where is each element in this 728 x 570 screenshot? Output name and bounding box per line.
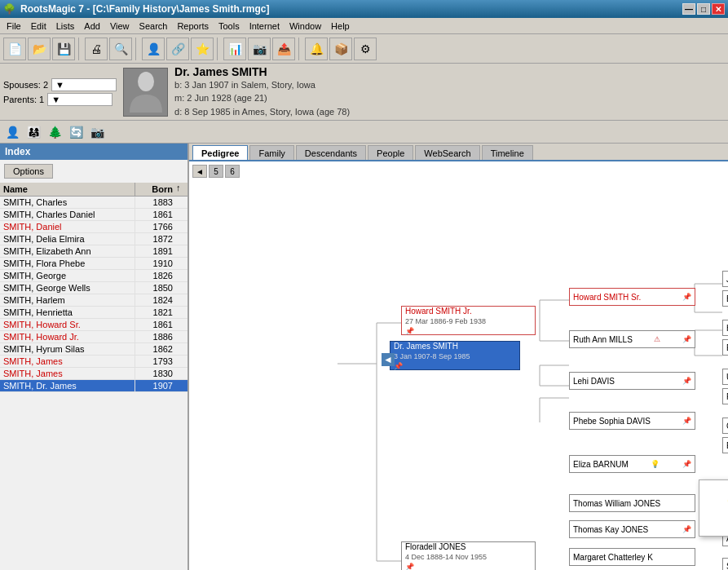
menu-file[interactable]: File: [2, 20, 26, 33]
person-elizabeth-thorne[interactable]: Elizab_th THORNE: [722, 437, 728, 453]
index-row[interactable]: SMITH, Howard Sr. 1861: [0, 319, 188, 331]
tb2-camera[interactable]: 📷: [88, 123, 106, 141]
index-row-name: SMITH, Howard Sr.: [0, 319, 135, 330]
index-row[interactable]: SMITH, George 1826: [0, 270, 188, 282]
tb2-person[interactable]: 👤: [3, 123, 21, 141]
index-row-name: SMITH, Howard Jr.: [0, 331, 135, 342]
person-floradell[interactable]: Floradell JONES 4 Dec 1888-14 Nov 1955 📌: [401, 541, 536, 570]
index-row[interactable]: SMITH, Dr. James 1907: [0, 380, 188, 392]
index-row[interactable]: SMITH, Howard Jr. 1886: [0, 331, 188, 343]
tab-timeline[interactable]: Timeline: [482, 145, 533, 160]
toolbar-print[interactable]: 🖨: [85, 38, 108, 60]
tab-family[interactable]: Family: [249, 145, 293, 160]
person-eliza-barnum[interactable]: Eliza BARNUM 💡 📌: [569, 455, 695, 473]
person-uriah-davis[interactable]: Uriah DAVIS 📌: [722, 369, 728, 385]
menu-add[interactable]: Add: [79, 20, 105, 33]
tab-descendants[interactable]: Descendants: [296, 145, 366, 160]
index-row-scroll: [176, 356, 188, 367]
nav-back[interactable]: ◄: [192, 165, 207, 178]
index-row[interactable]: SMITH, Harlem 1824: [0, 294, 188, 307]
photo-silhouette: [126, 68, 166, 116]
index-row[interactable]: SMITH, James 1793: [0, 356, 188, 368]
menu-window[interactable]: Window: [285, 20, 326, 33]
toolbar-notify[interactable]: 🔔: [305, 38, 328, 60]
index-header: Index: [0, 144, 188, 160]
person-dr-james[interactable]: Dr. James SMITH 3 Jan 1907-8 Sep 1985 📌: [390, 341, 520, 370]
left-arrow[interactable]: ◄: [382, 353, 395, 366]
index-row[interactable]: SMITH, Daniel 1766: [0, 221, 188, 233]
person-phoebe-martin[interactable]: Phoebe MARTIN 💡 📌: [722, 388, 728, 404]
index-row[interactable]: SMITH, George Wells 1850: [0, 282, 188, 294]
tb2-tree[interactable]: 🌲: [46, 123, 64, 141]
minimize-button[interactable]: —: [682, 3, 695, 15]
toolbar-person[interactable]: 👤: [142, 38, 165, 60]
parents-row: Parents: 1 ▼: [3, 93, 117, 106]
person-charles-barnum[interactable]: Charles BARNUM 📌: [722, 418, 728, 434]
person-margaret[interactable]: Margaret Chatterley K: [569, 548, 695, 566]
index-row[interactable]: SMITH, Henrietta 1821: [0, 307, 188, 319]
menu-reports[interactable]: Reports: [172, 20, 214, 33]
person-phebe-davis[interactable]: Phebe Sophia DAVIS 📌: [569, 412, 695, 430]
menu-view[interactable]: View: [105, 20, 135, 33]
toolbar-link[interactable]: 🔗: [166, 38, 189, 60]
tb2-family[interactable]: 👨‍👩‍👧: [24, 123, 42, 141]
options-area: Options: [0, 160, 188, 183]
howardjr-icon: 📌: [405, 327, 414, 335]
person-elmira-pond[interactable]: Elmira POND 💡 📌: [722, 339, 728, 356]
tab-websearch[interactable]: WebSearch: [415, 145, 479, 160]
index-row-name: SMITH, Delia Elmira: [0, 233, 135, 245]
index-row-name: SMITH, Charles: [0, 197, 135, 208]
index-row-name: SMITH, Elizabeth Ann: [0, 245, 135, 257]
toolbar-open[interactable]: 📂: [28, 38, 51, 60]
person-henry-mills[interactable]: Henry William MILLS ⚠ 📌: [722, 320, 728, 336]
index-row-scroll: [176, 294, 188, 306]
tab-people[interactable]: People: [368, 145, 413, 160]
person-thomas-kay[interactable]: Thomas Kay JONES 📌: [569, 520, 695, 538]
toolbar-search[interactable]: 🔍: [109, 38, 132, 60]
spouses-dropdown[interactable]: ▼: [51, 78, 117, 91]
menu-tools[interactable]: Tools: [214, 20, 245, 33]
toolbar-package[interactable]: 📦: [329, 38, 352, 60]
person-thomas-jones[interactable]: Thomas William JONES: [569, 494, 695, 512]
index-row[interactable]: SMITH, Hyrum Silas 1862: [0, 343, 188, 356]
howardjr-name: Howard SMITH Jr.: [405, 307, 472, 316]
menu-search[interactable]: Search: [135, 20, 173, 33]
index-row-name: SMITH, Dr. James: [0, 380, 135, 391]
options-button[interactable]: Options: [4, 164, 53, 179]
close-button[interactable]: ✕: [712, 3, 725, 15]
tab-pedigree[interactable]: Pedigree: [192, 145, 248, 160]
person-betsy-mead[interactable]: Betsy (Elizabeth) MEAD 💡 📌: [722, 290, 728, 307]
index-row[interactable]: SMITH, James 1830: [0, 368, 188, 380]
toolbar-new[interactable]: 📄: [3, 38, 26, 60]
toolbar-chart[interactable]: 📊: [223, 38, 246, 60]
menu-help[interactable]: Help: [326, 20, 355, 33]
main-area: Index Options Name Born ↑ SMITH, Charles…: [0, 144, 728, 570]
menu-internet[interactable]: Internet: [245, 20, 285, 33]
index-row[interactable]: SMITH, Charles Daniel 1861: [0, 209, 188, 221]
col-born: Born: [135, 183, 176, 196]
person-howard-sr[interactable]: Howard SMITH Sr. 📌: [569, 288, 695, 306]
index-row[interactable]: SMITH, Flora Phebe 1910: [0, 258, 188, 270]
nav-6: 6: [225, 165, 240, 178]
menu-lists[interactable]: Lists: [51, 20, 80, 33]
index-row[interactable]: SMITH, Elizabeth Ann 1891: [0, 245, 188, 258]
person-james-g4[interactable]: James SMITH 📌: [722, 271, 728, 287]
person-howard-jr[interactable]: Howard SMITH Jr. 27 Mar 1886-9 Feb 1938 …: [401, 306, 536, 335]
toolbar-export[interactable]: 📤: [272, 38, 295, 60]
svg-point-0: [138, 72, 154, 91]
person-sarah-chatterley[interactable]: Sarah CHATTERLEY: [722, 558, 728, 570]
toolbar-settings[interactable]: ⚙: [354, 38, 377, 60]
maximize-button[interactable]: □: [697, 3, 710, 15]
parents-dropdown[interactable]: ▼: [47, 93, 113, 106]
index-row[interactable]: SMITH, Charles 1883: [0, 197, 188, 209]
index-row-name: SMITH, George: [0, 270, 135, 281]
toolbar-save[interactable]: 💾: [52, 38, 75, 60]
toolbar-star[interactable]: ⭐: [191, 38, 214, 60]
index-row[interactable]: SMITH, Delia Elmira 1872: [0, 233, 188, 245]
menu-edit[interactable]: Edit: [26, 20, 51, 33]
toolbar-photo[interactable]: 📷: [248, 38, 271, 60]
person-ruth-mills[interactable]: Ruth Ann MILLS ⚠ 📌: [569, 330, 695, 348]
person-lehi-davis[interactable]: Lehi DAVIS 📌: [569, 372, 695, 390]
index-row-scroll: [176, 282, 188, 294]
tb2-refresh[interactable]: 🔄: [67, 123, 85, 141]
